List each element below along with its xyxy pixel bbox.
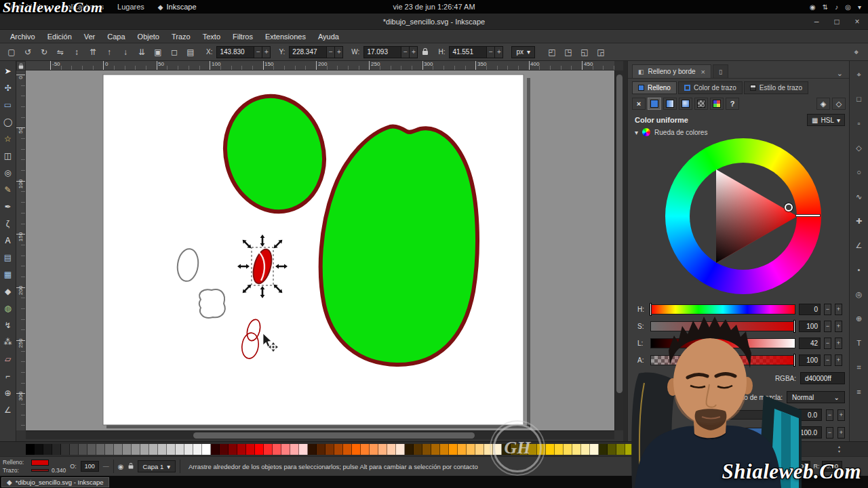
menu-objeto[interactable]: Objeto [132, 30, 165, 43]
object-opacity-spinbox[interactable]: 100 [81, 461, 99, 472]
palette-swatch-16[interactable] [167, 444, 176, 455]
palette-swatch-50[interactable] [467, 444, 475, 455]
palette-swatch-17[interactable] [176, 444, 184, 455]
palette-swatch-33[interactable] [317, 444, 326, 455]
palette-swatch-1[interactable] [35, 444, 43, 455]
tab-fill[interactable]: Relleno [632, 81, 677, 94]
recorder-indicator-icon[interactable]: ◉ [810, 3, 816, 11]
palette-swatch-67[interactable] [616, 444, 625, 455]
palette-swatch-43[interactable] [405, 444, 414, 455]
vertical-ruler[interactable]: 050100150200250300 [16, 70, 26, 430]
snap-rotation-center-icon[interactable]: ⊕ [852, 312, 866, 325]
y-field-value[interactable]: 228.347 [289, 46, 327, 58]
minimize-button[interactable]: – [811, 17, 822, 26]
dock-menu-chevron-icon[interactable]: ⌄ [837, 69, 846, 78]
palette-swatch-28[interactable] [273, 444, 281, 455]
palette-swatch-78[interactable] [713, 444, 722, 455]
menu-trazo[interactable]: Trazo [165, 30, 197, 43]
node-tool[interactable]: ✣ [1, 79, 16, 96]
opacity-value[interactable]: 100.0 [792, 426, 822, 439]
blend-mode-dropdown[interactable]: Normal ⌄ [787, 391, 845, 403]
saturation-decrement[interactable]: − [824, 321, 831, 332]
palette-swatch-72[interactable] [660, 444, 669, 455]
wheel-disclosure[interactable]: ▾ Rueda de colores [635, 128, 707, 136]
lightness-slider[interactable] [650, 338, 795, 348]
palette-swatch-73[interactable] [669, 444, 678, 455]
eraser-tool[interactable]: ▱ [1, 350, 16, 367]
fill-flat-button[interactable] [648, 98, 661, 110]
palette-swatch-39[interactable] [370, 444, 378, 455]
horizontal-ruler[interactable]: -50050100150200250300350400450 [26, 61, 614, 70]
palette-swatch-36[interactable] [343, 444, 352, 455]
fill-indicator-swatch[interactable] [31, 460, 49, 466]
alpha-value[interactable]: 100 [799, 354, 821, 366]
transform-stroke-icon[interactable]: ◰ [545, 45, 559, 59]
lock-ratio-toggle[interactable] [422, 48, 428, 56]
saturation-increment[interactable]: + [835, 321, 842, 332]
palette-swatch-63[interactable] [581, 444, 590, 455]
palette-swatch-13[interactable] [140, 444, 149, 455]
tab-stroke-style[interactable]: Estilo de trazo [744, 81, 808, 94]
raise-to-top-icon[interactable]: ⇈ [85, 45, 100, 59]
palette-swatch-81[interactable] [740, 444, 749, 455]
rectangle-tool[interactable]: ▭ [1, 96, 16, 113]
menu-ver[interactable]: Ver [78, 30, 102, 43]
x-decrement[interactable]: − [254, 46, 262, 58]
palette-swatch-86[interactable] [784, 444, 793, 455]
selector-tool[interactable]: ➤ [1, 62, 16, 79]
w-decrement[interactable]: − [401, 46, 410, 58]
hue-slider-marker[interactable] [650, 303, 652, 316]
gradient-tool[interactable]: ▤ [1, 249, 16, 266]
fill-pattern-button[interactable] [694, 98, 708, 110]
ungroup-icon[interactable]: ◻ [167, 45, 182, 59]
close-button[interactable]: × [852, 17, 863, 26]
palette-swatch-85[interactable] [775, 444, 784, 455]
mesh-tool[interactable]: ▦ [1, 266, 16, 283]
alpha-increment[interactable]: + [835, 354, 842, 366]
rotate-ccw-icon[interactable]: ↺ [20, 45, 35, 59]
palette-swatch-7[interactable] [87, 444, 96, 455]
x-field-value[interactable]: 143.830 [216, 46, 254, 58]
palette-swatch-48[interactable] [449, 444, 458, 455]
vertical-scrollbar[interactable] [614, 70, 623, 430]
w-field-value[interactable]: 17.093 [363, 46, 401, 58]
menu-archivo[interactable]: Archivo [4, 30, 41, 43]
group-icon[interactable]: ▣ [151, 45, 165, 59]
palette-swatch-84[interactable] [766, 444, 775, 455]
alpha-slider[interactable] [650, 355, 795, 365]
palette-swatch-11[interactable] [123, 444, 132, 455]
palette-swatch-19[interactable] [193, 444, 202, 455]
canvas-drawing[interactable] [26, 70, 614, 430]
layer-visibility-icon[interactable]: ◉ [118, 463, 124, 470]
h-decrement[interactable]: − [487, 46, 495, 58]
palette-swatch-79[interactable] [722, 444, 731, 455]
palette-swatch-41[interactable] [387, 444, 396, 455]
palette-swatch-14[interactable] [149, 444, 158, 455]
blur-slider[interactable] [728, 410, 791, 420]
palette-swatch-59[interactable] [546, 444, 555, 455]
pencil-tool[interactable]: ✎ [1, 181, 16, 198]
horizontal-scrollbar-thumb[interactable] [193, 432, 475, 439]
places-menu[interactable]: Lugares [111, 0, 151, 14]
palette-swatch-51[interactable] [475, 444, 484, 455]
palette-swatch-62[interactable] [572, 444, 581, 455]
lower-icon[interactable]: ↓ [118, 45, 133, 59]
palette-swatch-27[interactable] [264, 444, 273, 455]
fill-none-button[interactable]: × [632, 98, 646, 110]
snap-nodes-icon[interactable]: ○ [852, 165, 866, 179]
transform-corners-icon[interactable]: ◳ [561, 45, 576, 59]
layer-dropdown[interactable]: Capa 1 ▾ [138, 460, 176, 472]
palette-swatch-76[interactable] [696, 444, 705, 455]
fill-unknown-button[interactable]: ? [726, 98, 739, 110]
saturation-slider-marker[interactable] [793, 320, 795, 333]
select-all-icon[interactable]: ▢ [4, 45, 19, 59]
snap-guides-icon[interactable]: ≡ [852, 385, 866, 399]
palette-swatch-65[interactable] [599, 444, 608, 455]
palette-swatch-26[interactable] [255, 444, 264, 455]
fill-swatch-button[interactable] [710, 98, 724, 110]
palette-swatch-31[interactable] [299, 444, 308, 455]
x-field[interactable]: 143.830 −+ [216, 46, 271, 58]
snap-center-icon[interactable]: ◎ [852, 287, 866, 301]
palette-swatch-66[interactable] [608, 444, 616, 455]
transform-gradient-icon[interactable]: ◱ [577, 45, 592, 59]
